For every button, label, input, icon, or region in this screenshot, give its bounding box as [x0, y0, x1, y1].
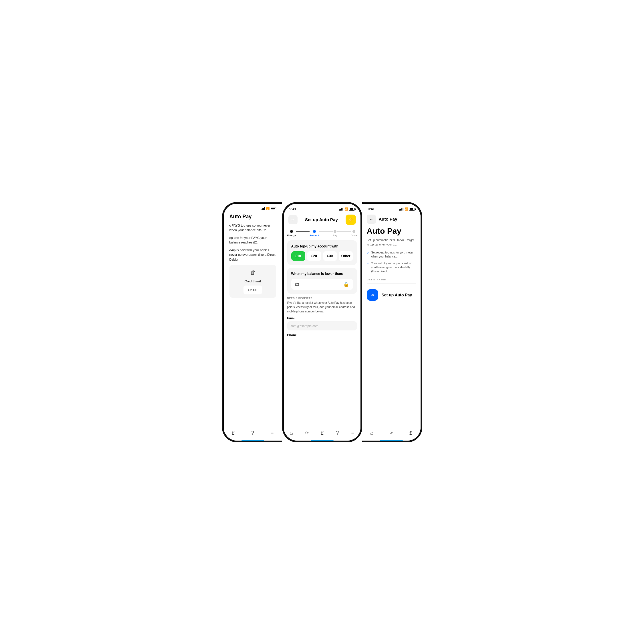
center-page-title: Set up Auto Pay — [305, 217, 338, 222]
back-button[interactable]: ← — [367, 215, 376, 224]
right-time: 9:41 — [368, 207, 375, 211]
amount-options: £10 £20 £30 Other — [291, 251, 353, 261]
nav-activity-icon[interactable]: ⟳ — [305, 431, 309, 435]
amount-30-button[interactable]: £30 — [323, 251, 337, 261]
receipt-header: NEED A RECEIPT? — [287, 297, 357, 300]
receipt-description: If you'd like a receipt when your Auto P… — [287, 301, 357, 314]
balance-card-title: When my balance is lower than: — [291, 272, 353, 276]
setup-auto-pay-button[interactable]: ∞ Set up Auto Pay — [367, 286, 416, 304]
nav-activity-icon[interactable]: ⟳ — [390, 431, 393, 435]
autopay-heading: Auto Pay — [367, 227, 416, 236]
signal-icon — [261, 207, 265, 210]
check-item-1: ✓ Set repeat top-ups for yo... meter whe… — [367, 251, 416, 259]
step-label-done: Done — [351, 234, 357, 237]
step-amount: Amount — [310, 230, 319, 237]
nav-money-icon[interactable]: £ — [409, 430, 412, 436]
right-page-title: Auto Pay — [379, 217, 397, 221]
nav-money-icon[interactable]: £ — [321, 430, 324, 436]
nav-money-icon[interactable]: £ — [232, 430, 235, 436]
receipt-section: NEED A RECEIPT? If you'd like a receipt … — [284, 297, 360, 338]
center-time: 9:41 — [290, 207, 296, 211]
left-page-title: Auto Pay — [224, 211, 282, 223]
amount-20-button[interactable]: £20 — [307, 251, 321, 261]
balance-value: £2 — [295, 282, 299, 286]
topup-card: Auto top-up my account with: £10 £20 £30… — [287, 240, 357, 265]
center-status-bar: 9:41 📶 — [284, 204, 360, 212]
connector-1 — [296, 231, 309, 232]
center-bottom-nav: ⌂ ⟳ £ ? ≡ — [284, 427, 360, 441]
left-body: c PAYG top-ups so you never when your ba… — [224, 223, 282, 427]
nav-home-icon[interactable]: ⌂ — [370, 430, 373, 436]
progress-steps: Energy Amount Pay Done — [284, 228, 360, 240]
checkmark-icon-2: ✓ — [367, 262, 369, 274]
amount-10-button[interactable]: £10 — [291, 251, 306, 261]
connector-2 — [319, 231, 333, 232]
nav-menu-icon[interactable]: ≡ — [271, 430, 274, 436]
checkmark-icon-1: ✓ — [367, 251, 369, 259]
wifi-icon: 📶 — [344, 207, 348, 211]
left-bottom-nav: £ ? ≡ — [224, 427, 282, 441]
left-text-2: op-ups for your PAYG your balance reache… — [229, 235, 276, 245]
autopay-description: Set up automatic PAYG top-u... forget to… — [367, 238, 416, 247]
left-text-1: c PAYG top-ups so you never when your ba… — [229, 223, 276, 233]
phone-label: Phone — [287, 333, 357, 337]
battery-icon — [271, 207, 276, 210]
checklist: ✓ Set repeat top-ups for yo... meter whe… — [367, 251, 416, 274]
step-energy: Energy — [287, 230, 296, 237]
topup-card-title: Auto top-up my account with: — [291, 244, 353, 248]
trash-icon: 🗑 — [250, 268, 256, 277]
nav-home-icon[interactable]: ⌂ — [290, 430, 293, 436]
balance-card: When my balance is lower than: £2 🔒 — [287, 268, 357, 294]
center-header: ← Set up Auto Pay ⚡ — [284, 212, 360, 228]
right-phone: 9:41 📶 ← Auto Pay — [362, 202, 422, 442]
battery-icon — [409, 208, 415, 211]
left-text-3: o-up is paid with your bank ll never go … — [229, 248, 276, 262]
step-dot-done — [352, 230, 355, 233]
divider — [367, 283, 416, 284]
step-label-amount: Amount — [310, 234, 319, 237]
step-dot-pay — [334, 230, 336, 233]
check-text-2: Your auto top-up is paid card, so you'll… — [371, 261, 416, 274]
right-header: ← Auto Pay — [362, 212, 421, 227]
credit-limit-value: £2.00 — [243, 286, 262, 295]
right-body: Auto Pay Set up automatic PAYG top-u... … — [362, 227, 421, 427]
wifi-icon: 📶 — [405, 207, 408, 211]
wifi-icon: 📶 — [266, 207, 270, 210]
amount-other-button[interactable]: Other — [339, 251, 353, 261]
balance-row: £2 🔒 — [291, 279, 353, 290]
infinity-icon: ∞ — [367, 289, 378, 301]
battery-icon — [349, 208, 355, 211]
email-input[interactable]: sam@example.com — [287, 321, 357, 330]
check-text-1: Set repeat top-ups for yo... meter when … — [371, 251, 416, 259]
step-pay: Pay — [333, 230, 337, 237]
signal-icon — [339, 208, 343, 211]
email-label: Email — [287, 316, 357, 320]
credit-limit-label: Credit limit — [245, 279, 261, 284]
right-bottom-nav: ⌂ ⟳ £ — [362, 427, 421, 441]
back-button[interactable]: ← — [288, 215, 298, 224]
step-label-pay: Pay — [333, 234, 337, 237]
left-status-bar: 📶 — [224, 204, 282, 211]
left-phone: 📶 Auto Pay c PAYG top-ups so you never w… — [222, 202, 282, 442]
step-dot-amount — [313, 230, 316, 233]
credit-limit-card: 🗑 Credit limit £2.00 — [229, 265, 276, 298]
email-placeholder: sam@example.com — [291, 324, 318, 328]
right-status-bar: 9:41 📶 — [362, 204, 421, 212]
nav-help-icon[interactable]: ? — [251, 430, 254, 436]
step-label-energy: Energy — [287, 234, 296, 237]
lightning-button[interactable]: ⚡ — [346, 215, 356, 225]
lightning-icon: ⚡ — [348, 217, 354, 223]
step-done: Done — [351, 230, 357, 237]
check-item-2: ✓ Your auto top-up is paid card, so you'… — [367, 261, 416, 274]
nav-help-icon[interactable]: ? — [336, 430, 339, 436]
connector-3 — [337, 231, 351, 232]
setup-btn-label: Set up Auto Pay — [382, 293, 412, 297]
center-phone: 9:41 📶 ← Set up Auto Pay — [282, 202, 362, 442]
lock-icon: 🔒 — [343, 282, 349, 287]
get-started-label: GET STARTED — [367, 278, 416, 281]
nav-menu-icon[interactable]: ≡ — [351, 430, 354, 436]
signal-icon — [399, 208, 403, 211]
step-dot-energy — [290, 230, 293, 233]
